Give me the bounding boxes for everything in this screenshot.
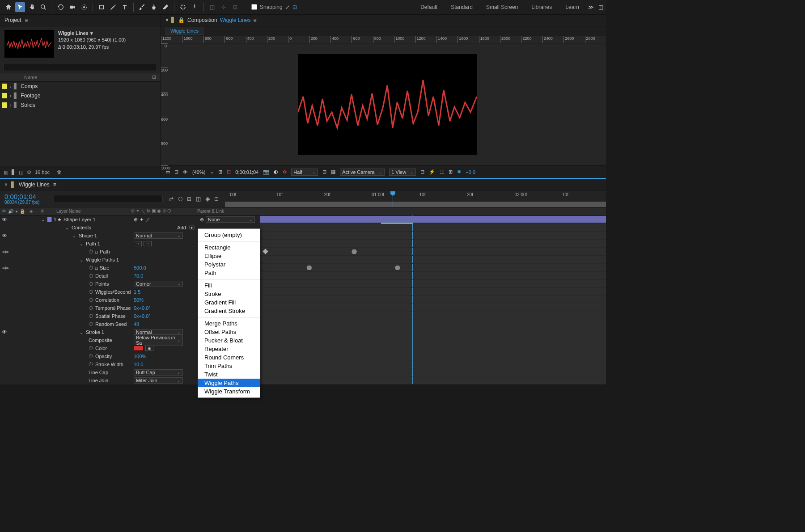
pen-tool-icon[interactable] <box>108 2 118 12</box>
flowchart-icon[interactable]: ⊞ <box>449 169 453 175</box>
workspace-standard[interactable]: Standard <box>451 4 473 10</box>
exposure-value[interactable]: +0.0 <box>466 169 475 175</box>
num-col[interactable]: # <box>41 209 56 214</box>
graph-icon[interactable]: ⩍ <box>95 249 98 254</box>
snap-bounds-icon[interactable]: ⊡ <box>292 4 297 10</box>
add-button-icon[interactable]: ▸ <box>189 225 195 230</box>
close-tab-icon[interactable]: × <box>165 17 169 23</box>
zoom-tool-icon[interactable] <box>38 2 48 12</box>
transparency-grid-icon[interactable]: ▦ <box>331 169 335 175</box>
workspace-learn[interactable]: Learn <box>565 4 579 10</box>
workspace-small-screen[interactable]: Small Screen <box>486 4 518 10</box>
timeline-icon[interactable]: ☷ <box>440 169 444 175</box>
snapshot-icon[interactable]: 📷 <box>263 169 269 175</box>
composite-dropdown[interactable]: Below Previous in Sa⌄ <box>134 334 183 346</box>
kf-nav-path[interactable]: ◂◆▸ <box>2 249 9 254</box>
camera-dropdown[interactable]: Active Camera⌄ <box>340 169 385 176</box>
stopwatch-icon[interactable]: ⏱ <box>89 249 93 254</box>
menu-item-round-corners[interactable]: Round Corners <box>198 353 260 362</box>
detail-value[interactable]: 70.0 <box>134 273 143 279</box>
solo-col-icon[interactable]: ● <box>15 209 18 214</box>
roto-brush-tool-icon[interactable] <box>178 2 188 12</box>
folder-icon[interactable]: ▋ <box>12 169 15 175</box>
menu-item-offset-paths[interactable]: Offset Paths <box>198 328 260 336</box>
mask-toggle-icon[interactable]: 👁 <box>183 169 188 175</box>
zoom-value[interactable]: (40%) <box>192 169 205 175</box>
home-icon[interactable] <box>4 2 13 12</box>
timeline-panel-menu-icon[interactable]: ≡ <box>53 182 56 188</box>
layer-color-swatch[interactable] <box>47 217 52 222</box>
hide-shy-icon[interactable]: ⊟ <box>187 196 191 202</box>
workspace-overflow-icon[interactable]: ≫ <box>588 4 594 10</box>
parent-dropdown[interactable]: None⌄ <box>206 216 255 223</box>
menu-item-path[interactable]: Path <box>198 269 260 277</box>
project-settings-icon[interactable]: ⚙ <box>27 169 31 175</box>
comp-breadcrumb-tab[interactable]: Wiggle Lines <box>165 27 203 35</box>
eyedropper-icon[interactable]: ◉ <box>145 346 153 351</box>
parent-col[interactable]: Parent & Link <box>197 209 260 214</box>
fast-preview-icon[interactable]: ⚡ <box>429 169 435 175</box>
layer-twirl-icon[interactable]: ⌄ <box>41 217 45 222</box>
eraser-tool-icon[interactable] <box>161 2 170 12</box>
comp-panel-menu-icon[interactable]: ≡ <box>253 17 256 23</box>
interp-footage-icon[interactable]: ▥ <box>4 169 8 175</box>
brush-tool-icon[interactable] <box>137 2 147 12</box>
orbit-tool-icon[interactable] <box>56 2 66 12</box>
project-tab-label[interactable]: Project <box>4 17 21 23</box>
menu-item-rectangle[interactable]: Rectangle <box>198 243 260 252</box>
local-axis-icon[interactable]: ◫ <box>207 2 217 12</box>
graph-editor-icon[interactable]: ⊡ <box>214 196 219 202</box>
menu-item-merge-paths[interactable]: Merge Paths <box>198 319 260 328</box>
menu-item-stroke[interactable]: Stroke <box>198 290 260 298</box>
zoom-caret-icon[interactable]: ⌄ <box>210 169 214 175</box>
current-time-indicator[interactable] <box>393 191 393 207</box>
video-col-icon[interactable]: 👁 <box>2 209 6 214</box>
resolution-dropdown[interactable]: Half⌄ <box>291 169 318 176</box>
size-value[interactable]: 500.0 <box>134 265 146 270</box>
timeline-tracks[interactable]: I I I I I I I I I I I I I I I I I I I I <box>260 215 606 384</box>
project-search-input[interactable] <box>4 63 157 71</box>
add-shape-menu[interactable]: Group (empty)RectangleEllipsePolystarPat… <box>198 228 260 384</box>
menu-item-fill[interactable]: Fill <box>198 281 260 290</box>
clone-stamp-tool-icon[interactable] <box>149 2 159 12</box>
workspace-default[interactable]: Default <box>420 4 437 10</box>
resolution-icon[interactable]: ⊡ <box>174 169 178 175</box>
world-axis-icon[interactable]: ⊹ <box>219 2 229 12</box>
view-axis-icon[interactable]: ⊡ <box>230 2 240 12</box>
linejoin-dropdown[interactable]: Miter Join⌄ <box>134 377 183 384</box>
timeline-tab[interactable]: Wiggle Lines <box>19 182 50 188</box>
rectangle-tool-icon[interactable] <box>97 2 106 12</box>
snap-edge-icon[interactable]: ⤢ <box>285 4 290 10</box>
pan-behind-tool-icon[interactable] <box>79 2 89 12</box>
project-folder-solids[interactable]: ›▋Solids <box>0 101 161 110</box>
menu-item-ellipse[interactable]: Ellipse <box>198 252 260 260</box>
timeline-navigator[interactable] <box>225 202 606 207</box>
menu-item-trim-paths[interactable]: Trim Paths <box>198 362 260 370</box>
color-swatch[interactable] <box>134 346 144 351</box>
project-folder-comps[interactable]: ›▋Comps <box>0 82 161 91</box>
layer-name[interactable]: Shape Layer 1 <box>64 217 96 222</box>
show-snapshot-icon[interactable]: ◐ <box>274 169 278 175</box>
comp-type-caret-icon[interactable]: ▾ <box>90 30 93 37</box>
menu-item-group-empty-[interactable]: Group (empty) <box>198 231 260 239</box>
flowchart-icon[interactable]: ⊞ <box>152 74 156 80</box>
camera-tool-icon[interactable] <box>68 2 77 12</box>
bpc-label[interactable]: 16 bpc <box>35 169 50 175</box>
project-col-name[interactable]: Name <box>24 75 37 80</box>
path-op-icon[interactable]: ↔ <box>134 241 142 246</box>
selection-tool-icon[interactable] <box>15 2 25 12</box>
hand-tool-icon[interactable] <box>27 2 37 12</box>
project-folder-footage[interactable]: ›▋Footage <box>0 91 161 101</box>
menu-item-gradient-fill[interactable]: Gradient Fill <box>198 298 260 307</box>
label-col-icon[interactable]: ◈ <box>30 209 33 214</box>
snapping-checkbox[interactable] <box>251 4 257 10</box>
layer-row[interactable]: 👁 ⌄1 ★Shape Layer 1 ⊕✦／ ⊚None⌄ <box>0 215 260 224</box>
project-thumbnail[interactable] <box>4 30 54 58</box>
menu-item-pucker-bloat[interactable]: Pucker & Bloat <box>198 336 260 345</box>
path-op2-icon[interactable]: ↔ <box>144 241 152 246</box>
views-dropdown[interactable]: 1 View⌄ <box>389 169 416 176</box>
menu-item-repeater[interactable]: Repeater <box>198 345 260 353</box>
channel-icon[interactable]: ✿ <box>283 169 287 175</box>
timeline-close-icon[interactable]: × <box>4 182 8 188</box>
menu-item-twist[interactable]: Twist <box>198 370 260 379</box>
